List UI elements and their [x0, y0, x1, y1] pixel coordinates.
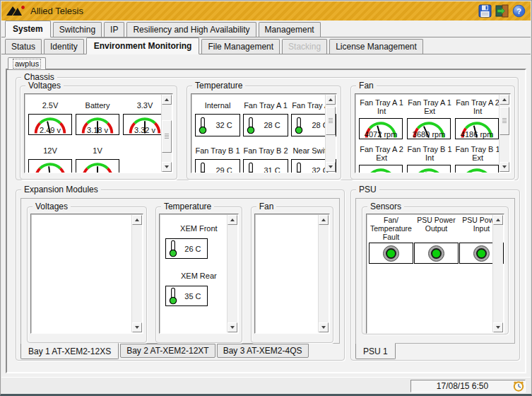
fan-gauge-cell: Fan Tray A 1Ext 3680 rpm: [407, 98, 452, 139]
scroll-down-icon[interactable]: [162, 162, 172, 172]
expansion-temperature-scrollbar[interactable]: [227, 215, 237, 332]
expansion-modules-title: Expansion Modules: [21, 185, 101, 195]
expansion-temperature-panel: XEM Front 26 C XEM Rear 35 C: [159, 214, 239, 334]
expansion-fan-group: Fan: [251, 206, 333, 343]
fan-gauge: 3680 rpm: [407, 118, 451, 139]
thermometer-icon: [293, 116, 305, 135]
scroll-thumb[interactable]: [500, 107, 509, 135]
scroll-up-icon[interactable]: [227, 215, 237, 225]
thermometer-icon: [197, 116, 208, 135]
tab-bay-2[interactable]: Bay 2 AT-XEM2-12XT: [120, 344, 215, 358]
gauge-value: 4186 rpm: [456, 131, 498, 139]
titlebar-actions: ?: [478, 4, 526, 18]
chassis-fan-scrollbar[interactable]: [499, 95, 509, 172]
green-led-icon: [473, 245, 490, 262]
tab-awplus[interactable]: awplus: [8, 57, 46, 69]
scroll-up-icon[interactable]: [319, 215, 329, 225]
scroll-thumb[interactable]: [326, 107, 336, 135]
svg-text:?: ?: [516, 7, 521, 16]
environment-monitoring-page: awplus Chassis Voltages 2.5V 2.49: [1, 54, 531, 376]
scroll-down-icon[interactable]: [326, 162, 336, 172]
chassis-group: Chassis Voltages 2.5V 2.49 v: [16, 77, 519, 180]
tab-identity[interactable]: Identity: [44, 39, 84, 54]
chassis-temperature-title: Temperature: [192, 81, 245, 91]
scroll-down-icon[interactable]: [493, 322, 503, 332]
tab-stacking: Stacking: [282, 39, 327, 54]
tab-bay-3[interactable]: Bay 3 AT-XEM2-4QS: [217, 344, 309, 358]
chassis-temperature-scrollbar[interactable]: [325, 95, 336, 172]
psu-group: PSU Sensors Fan/ Temperature Fault: [350, 190, 520, 361]
voltage-gauge: [28, 159, 72, 173]
thermometer-icon: [167, 286, 179, 305]
chassis-voltages-title: Voltages: [25, 81, 64, 91]
expansion-voltages-title: Voltages: [32, 202, 71, 212]
exit-icon[interactable]: [495, 4, 509, 18]
tab-bay-1[interactable]: Bay 1 AT-XEM2-12XS: [20, 343, 119, 359]
scroll-down-icon[interactable]: [319, 322, 329, 332]
psu-sensors-panel: Fan/ Temperature Fault PSU Power Output: [366, 214, 504, 334]
thermometer-gauge: 32 C: [195, 114, 240, 136]
expansion-fan-scrollbar[interactable]: [318, 215, 329, 332]
thermometer-gauge: 28 C: [243, 114, 288, 136]
psu-sensor-cell: PSU Power Output: [414, 216, 459, 264]
expansion-voltages-scrollbar[interactable]: [131, 215, 142, 332]
temperature-value: 31 C: [256, 166, 288, 173]
tab-environment-monitoring[interactable]: Environment Monitoring: [86, 37, 200, 54]
tab-switching[interactable]: Switching: [53, 22, 102, 37]
scroll-up-icon[interactable]: [162, 95, 172, 105]
tab-system[interactable]: System: [5, 21, 51, 37]
chassis-voltages-scrollbar[interactable]: [161, 95, 172, 172]
voltage-gauge-cell: 2.5V 2.49 v: [28, 101, 72, 135]
fan-gauge-cell: Fan Tray A 2Ext: [359, 145, 404, 173]
fan-gauge: [455, 165, 499, 173]
scroll-up-icon[interactable]: [500, 95, 509, 105]
tab-psu-1[interactable]: PSU 1: [355, 343, 396, 359]
thermometer-gauge: 26 C: [165, 238, 208, 259]
gauge-value: 2.49 v: [29, 127, 71, 134]
help-icon[interactable]: ?: [512, 4, 526, 18]
temperature-value: 29 C: [208, 166, 240, 173]
scroll-up-icon[interactable]: [326, 95, 336, 105]
gauge-value: 3.32 v: [124, 127, 166, 134]
expansion-modules-group: Expansion Modules Voltages: [16, 190, 345, 361]
temperature-cell: Fan Tray B 2 31 C: [243, 146, 288, 173]
psu-sensor-cell: Fan/ Temperature Fault: [369, 216, 413, 264]
voltage-gauge: 3.18 v: [76, 114, 119, 135]
temperature-cell: Fan Tray B 1 29 C: [195, 146, 240, 173]
chassis-fan-panel: Fan Tray A 1Int 4072 rpm Fan Tray A 1Ext: [355, 93, 511, 173]
temperature-value: 35 C: [179, 292, 207, 301]
green-led-icon: [383, 245, 399, 262]
save-icon[interactable]: [478, 4, 492, 18]
tab-status[interactable]: Status: [5, 39, 42, 54]
tab-ip[interactable]: IP: [104, 22, 124, 37]
scroll-down-icon[interactable]: [132, 322, 142, 332]
gauge-value: 3.18 v: [76, 127, 119, 134]
expansion-fan-panel: [254, 214, 330, 334]
tab-license-management[interactable]: License Management: [329, 39, 423, 54]
psu-sensors-scrollbar[interactable]: [492, 215, 503, 332]
scroll-down-icon[interactable]: [227, 322, 237, 332]
thermometer-gauge: 29 C: [195, 159, 240, 173]
voltage-gauge-cell: 3.3V 3.32 v: [123, 101, 167, 135]
fan-gauge-cell: Fan Tray B 1Ext: [455, 145, 500, 173]
thermometer-icon: [197, 161, 208, 174]
expansion-fan-title: Fan: [256, 202, 277, 212]
temperature-value: 32 C: [208, 121, 240, 129]
thermometer-icon: [167, 239, 179, 258]
voltage-gauge: [76, 159, 119, 173]
tab-resiliency[interactable]: Resiliency and High Availability: [126, 22, 256, 37]
scroll-down-icon[interactable]: [500, 162, 509, 172]
tab-management[interactable]: Management: [259, 22, 321, 37]
tab-file-management[interactable]: File Management: [201, 39, 280, 54]
awplus-panel: Chassis Voltages 2.5V 2.49 v: [6, 69, 526, 373]
voltage-gauge-cell: Battery 3.18 v: [76, 101, 119, 135]
scroll-thumb[interactable]: [162, 120, 172, 153]
expansion-voltages-group: Voltages: [27, 206, 147, 343]
fan-gauge-cell: Fan Tray A 1Int 4072 rpm: [359, 98, 404, 139]
fan-gauge: [407, 165, 451, 173]
scroll-up-icon[interactable]: [493, 215, 503, 225]
psu-sensors-group: Sensors Fan/ Temperature Fault: [362, 206, 509, 334]
voltage-gauge: 3.32 v: [123, 114, 167, 135]
thermometer-icon: [245, 161, 256, 174]
scroll-up-icon[interactable]: [132, 215, 142, 225]
